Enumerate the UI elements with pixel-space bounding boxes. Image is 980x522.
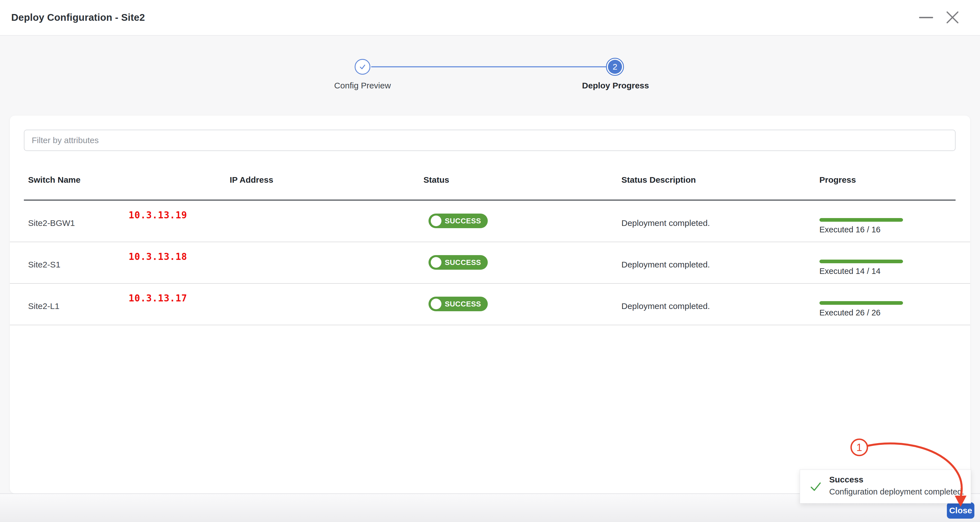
progress-bar <box>819 301 903 305</box>
table-row: Site2-S1 10.3.13.18 SUCCESS Deployment c… <box>10 242 970 284</box>
ip-address-cell: 10.3.13.18 <box>129 251 187 262</box>
minimize-button[interactable] <box>917 8 935 26</box>
column-header-status-description[interactable]: Status Description <box>621 175 696 185</box>
progress-cell: Executed 16 / 16 <box>819 218 904 234</box>
progress-bar-fill <box>819 218 903 222</box>
progress-cell: Executed 26 / 26 <box>819 301 904 317</box>
status-badge: SUCCESS <box>428 297 488 311</box>
deploy-configuration-dialog: Deploy Configuration - Site2 2 Config Pr… <box>0 0 980 522</box>
column-header-switch-name[interactable]: Switch Name <box>28 175 81 185</box>
status-badge: SUCCESS <box>428 255 488 270</box>
switch-name-cell: Site2-S1 <box>28 260 60 270</box>
progress-label: Executed 16 / 16 <box>819 225 904 234</box>
progress-bar <box>819 260 903 263</box>
filter-input[interactable] <box>24 130 956 151</box>
toast-title: Success <box>829 475 864 484</box>
step-number: 2 <box>608 60 622 74</box>
stepper-connector <box>371 66 606 67</box>
status-description-cell: Deployment completed. <box>621 301 710 311</box>
switch-name-cell: Site2-BGW1 <box>28 218 75 228</box>
close-icon <box>946 11 959 24</box>
step-check-icon <box>359 63 366 71</box>
close-button[interactable]: Close <box>947 502 974 519</box>
status-badge-label: SUCCESS <box>445 217 481 225</box>
column-header-progress[interactable]: Progress <box>819 175 856 185</box>
switch-name-cell: Site2-L1 <box>28 301 59 311</box>
column-header-status[interactable]: Status <box>423 175 449 185</box>
status-badge: SUCCESS <box>428 214 488 228</box>
deploy-progress-card: Switch Name IP Address Status Status Des… <box>10 116 970 493</box>
status-badge-label: SUCCESS <box>445 300 481 308</box>
dialog-titlebar: Deploy Configuration - Site2 <box>0 0 980 36</box>
table-body: Site2-BGW1 10.3.13.19 SUCCESS Deployment… <box>10 201 970 325</box>
progress-label: Executed 26 / 26 <box>819 308 904 317</box>
status-badge-label: SUCCESS <box>445 258 481 267</box>
table-row: Site2-L1 10.3.13.17 SUCCESS Deployment c… <box>10 284 970 325</box>
status-dot-icon <box>431 216 441 226</box>
table-row: Site2-BGW1 10.3.13.19 SUCCESS Deployment… <box>10 201 970 242</box>
status-description-cell: Deployment completed. <box>621 218 710 228</box>
step-label-config-preview: Config Preview <box>304 81 422 90</box>
toast-message: Configuration deployment completed. <box>829 487 964 497</box>
status-dot-icon <box>431 298 441 309</box>
toast-check-icon <box>810 481 822 493</box>
progress-bar-fill <box>819 260 903 263</box>
step-label-deploy-progress: Deploy Progress <box>557 81 675 90</box>
status-dot-icon <box>431 257 441 268</box>
progress-bar-fill <box>819 301 903 305</box>
minimize-icon <box>919 17 933 18</box>
column-header-ip-address[interactable]: IP Address <box>230 175 273 185</box>
ip-address-cell: 10.3.13.17 <box>129 293 187 304</box>
dialog-title: Deploy Configuration - Site2 <box>11 12 145 23</box>
status-description-cell: Deployment completed. <box>621 260 710 270</box>
success-toast: Success Configuration deployment complet… <box>800 470 971 503</box>
close-window-button[interactable] <box>943 8 961 26</box>
step-config-preview-circle[interactable] <box>355 59 371 75</box>
progress-cell: Executed 14 / 14 <box>819 260 904 276</box>
progress-bar <box>819 218 903 222</box>
step-deploy-progress-circle[interactable]: 2 <box>606 58 624 76</box>
ip-address-cell: 10.3.13.19 <box>129 209 187 221</box>
progress-label: Executed 14 / 14 <box>819 267 904 276</box>
